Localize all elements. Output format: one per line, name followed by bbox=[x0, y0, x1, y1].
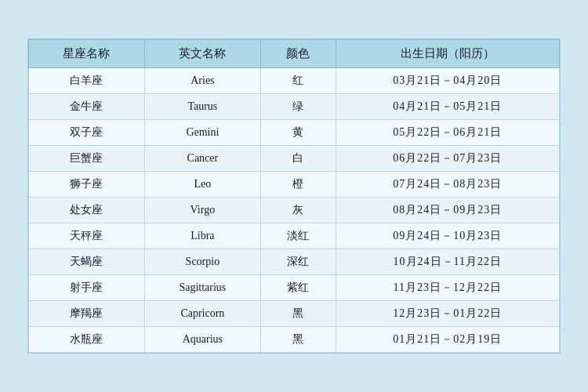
cell-english-name: Sagittarius bbox=[144, 275, 260, 301]
cell-english-name: Scorpio bbox=[144, 249, 260, 275]
cell-chinese-name: 金牛座 bbox=[29, 94, 145, 120]
cell-chinese-name: 天秤座 bbox=[29, 223, 145, 249]
table-row: 双子座Gemini黄05月22日－06月21日 bbox=[29, 120, 560, 146]
cell-english-name: Libra bbox=[144, 223, 260, 249]
cell-color: 橙 bbox=[260, 172, 336, 198]
header-color: 颜色 bbox=[260, 40, 336, 68]
cell-english-name: Cancer bbox=[144, 146, 260, 172]
cell-english-name: Aquarius bbox=[144, 327, 260, 353]
table-row: 天蝎座Scorpio深红10月24日－11月22日 bbox=[29, 249, 560, 275]
cell-dates: 09月24日－10月23日 bbox=[336, 223, 559, 249]
cell-dates: 11月23日－12月22日 bbox=[336, 275, 559, 301]
table-row: 天秤座Libra淡红09月24日－10月23日 bbox=[29, 223, 560, 249]
table-body: 白羊座Aries红03月21日－04月20日金牛座Taurus绿04月21日－0… bbox=[29, 68, 560, 353]
header-chinese-name: 星座名称 bbox=[29, 40, 145, 68]
cell-color: 灰 bbox=[260, 198, 336, 223]
cell-color: 紫红 bbox=[260, 275, 336, 301]
cell-chinese-name: 处女座 bbox=[29, 198, 145, 223]
cell-dates: 12月23日－01月22日 bbox=[336, 301, 559, 327]
table-row: 处女座Virgo灰08月24日－09月23日 bbox=[29, 198, 560, 223]
table-row: 白羊座Aries红03月21日－04月20日 bbox=[29, 68, 560, 94]
cell-chinese-name: 双子座 bbox=[29, 120, 145, 146]
cell-chinese-name: 巨蟹座 bbox=[29, 146, 145, 172]
cell-english-name: Leo bbox=[144, 172, 260, 198]
cell-dates: 05月22日－06月21日 bbox=[336, 120, 559, 146]
cell-color: 绿 bbox=[260, 94, 336, 120]
cell-color: 红 bbox=[260, 68, 336, 94]
cell-color: 深红 bbox=[260, 249, 336, 275]
table-header-row: 星座名称 英文名称 颜色 出生日期（阳历） bbox=[29, 40, 560, 68]
zodiac-table: 星座名称 英文名称 颜色 出生日期（阳历） 白羊座Aries红03月21日－04… bbox=[28, 39, 560, 353]
cell-chinese-name: 水瓶座 bbox=[29, 327, 145, 353]
header-dates: 出生日期（阳历） bbox=[336, 40, 559, 68]
cell-dates: 03月21日－04月20日 bbox=[336, 68, 559, 94]
cell-dates: 10月24日－11月22日 bbox=[336, 249, 559, 275]
table-row: 狮子座Leo橙07月24日－08月23日 bbox=[29, 172, 560, 198]
table-row: 水瓶座Aquarius黑01月21日－02月19日 bbox=[29, 327, 560, 353]
cell-english-name: Capricorn bbox=[144, 301, 260, 327]
table-row: 金牛座Taurus绿04月21日－05月21日 bbox=[29, 94, 560, 120]
cell-chinese-name: 天蝎座 bbox=[29, 249, 145, 275]
cell-color: 黑 bbox=[260, 327, 336, 353]
cell-color: 白 bbox=[260, 146, 336, 172]
cell-dates: 08月24日－09月23日 bbox=[336, 198, 559, 223]
cell-dates: 01月21日－02月19日 bbox=[336, 327, 559, 353]
table-row: 巨蟹座Cancer白06月22日－07月23日 bbox=[29, 146, 560, 172]
cell-dates: 07月24日－08月23日 bbox=[336, 172, 559, 198]
cell-chinese-name: 射手座 bbox=[29, 275, 145, 301]
cell-color: 淡红 bbox=[260, 223, 336, 249]
table-row: 摩羯座Capricorn黑12月23日－01月22日 bbox=[29, 301, 560, 327]
cell-english-name: Aries bbox=[144, 68, 260, 94]
cell-chinese-name: 白羊座 bbox=[29, 68, 145, 94]
cell-english-name: Taurus bbox=[144, 94, 260, 120]
cell-dates: 04月21日－05月21日 bbox=[336, 94, 559, 120]
table-row: 射手座Sagittarius紫红11月23日－12月22日 bbox=[29, 275, 560, 301]
cell-english-name: Virgo bbox=[144, 198, 260, 223]
header-english-name: 英文名称 bbox=[144, 40, 260, 68]
zodiac-table-container: 星座名称 英文名称 颜色 出生日期（阳历） 白羊座Aries红03月21日－04… bbox=[27, 38, 561, 354]
cell-chinese-name: 狮子座 bbox=[29, 172, 145, 198]
cell-english-name: Gemini bbox=[144, 120, 260, 146]
cell-dates: 06月22日－07月23日 bbox=[336, 146, 559, 172]
cell-chinese-name: 摩羯座 bbox=[29, 301, 145, 327]
cell-color: 黑 bbox=[260, 301, 336, 327]
cell-color: 黄 bbox=[260, 120, 336, 146]
